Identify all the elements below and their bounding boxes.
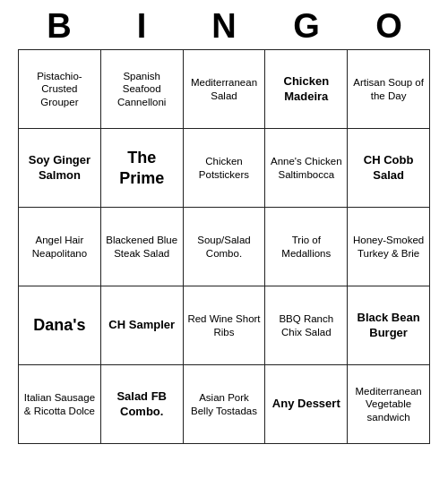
bingo-cell: Chicken Potstickers (184, 129, 266, 208)
bingo-cell: CH Cobb Salad (348, 129, 430, 208)
bingo-cell: Blackened Blue Steak Salad (101, 208, 184, 286)
bingo-cell: The Prime (101, 129, 184, 208)
bingo-letter: G (267, 7, 346, 46)
bingo-cell: Mediterranean Salad (184, 50, 266, 129)
bingo-cell: Anne's Chicken Saltimbocca (265, 129, 348, 208)
bingo-letter: O (349, 7, 428, 46)
bingo-cell: Pistachio-Crusted Grouper (19, 50, 101, 129)
bingo-cell: Soy Ginger Salmon (19, 129, 101, 208)
bingo-letter: B (20, 7, 99, 46)
bingo-cell: Angel Hair Neapolitano (19, 208, 101, 286)
bingo-cell: Chicken Madeira (265, 50, 348, 129)
bingo-cell: Trio of Medallions (265, 208, 348, 286)
bingo-cell: Italian Sausage & Ricotta Dolce (19, 365, 101, 444)
bingo-cell: BBQ Ranch Chix Salad (265, 286, 348, 365)
bingo-cell: Mediterranean Vegetable sandwich (348, 365, 430, 444)
bingo-header: BINGO (18, 0, 430, 49)
bingo-cell: Salad FB Combo. (101, 365, 184, 444)
bingo-cell: Black Bean Burger (348, 286, 430, 365)
bingo-grid: Pistachio-Crusted GrouperSpanish Seafood… (18, 49, 430, 444)
bingo-cell: CH Sampler (101, 286, 184, 365)
bingo-cell: Any Dessert (265, 365, 348, 444)
bingo-letter: I (102, 7, 181, 46)
bingo-cell: Red Wine Short Ribs (184, 286, 266, 365)
bingo-cell: Dana's (19, 286, 101, 365)
bingo-cell: Honey-Smoked Turkey & Brie (348, 208, 430, 286)
bingo-cell: Soup/Salad Combo. (184, 208, 266, 286)
bingo-letter: N (185, 7, 263, 46)
bingo-cell: Asian Pork Belly Tostadas (184, 365, 266, 444)
bingo-cell: Spanish Seafood Cannelloni (101, 50, 184, 129)
bingo-cell: Artisan Soup of the Day (348, 50, 430, 129)
